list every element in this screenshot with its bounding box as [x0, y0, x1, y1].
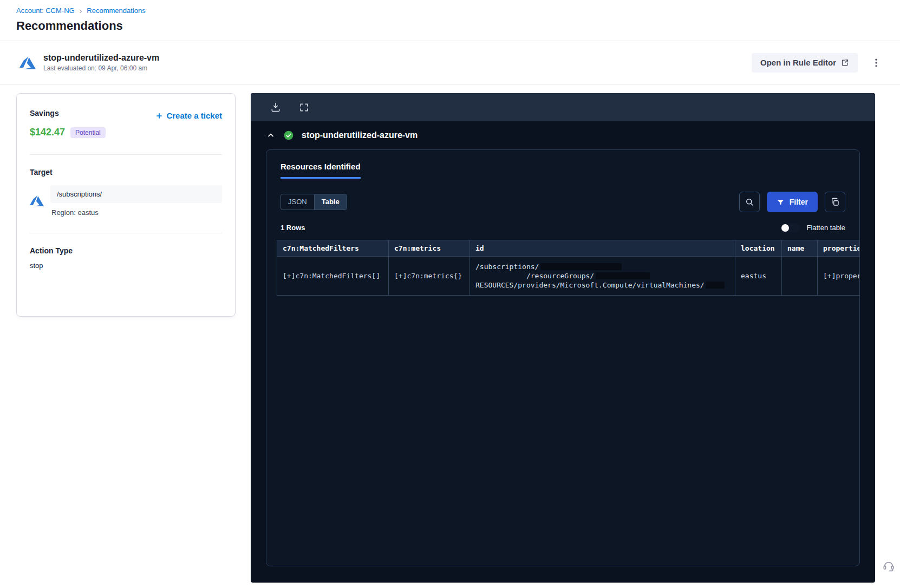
redacted-value [540, 263, 622, 270]
column-header-name: name [782, 240, 818, 257]
flatten-table-label: Flatten table [806, 224, 845, 232]
action-type-value: stop [30, 262, 222, 270]
collapse-button[interactable] [266, 130, 276, 140]
target-path: /subscriptions/ [50, 185, 222, 203]
recommendation-header: stop-underutilized-azure-vm Last evaluat… [0, 41, 900, 84]
panel-toolbar [251, 93, 875, 121]
open-in-rule-editor-button[interactable]: Open in Rule Editor [752, 53, 858, 73]
expand-metrics[interactable]: [+]c7n:metrics{} [394, 272, 462, 280]
azure-icon [19, 55, 36, 71]
recommendation-title-block: stop-underutilized-azure-vm Last evaluat… [43, 53, 159, 72]
column-header-properties: properties [818, 240, 860, 257]
cell-matched-filters: [+]c7n:MatchedFilters[] [277, 257, 389, 296]
table-header-row: c7n:MatchedFilters c7n:metrics id locati… [277, 240, 860, 257]
filter-button[interactable]: Filter [767, 192, 818, 212]
id-line-2: /resourceGroups/ [475, 271, 594, 280]
cell-name [782, 257, 818, 296]
breadcrumb: Account: CCM-NG › Recommendations [16, 6, 884, 15]
cell-id: /subscriptions/ /resourceGroups/ RESOURC… [470, 257, 735, 296]
target-region: Region: eastus [50, 203, 222, 217]
more-options-button[interactable] [869, 55, 884, 70]
filter-icon [777, 198, 785, 206]
support-icon[interactable] [882, 559, 896, 573]
download-button[interactable] [269, 101, 282, 114]
success-check-icon [283, 130, 294, 141]
column-header-metrics: c7n:metrics [389, 240, 470, 257]
search-button[interactable] [739, 192, 760, 212]
view-json-button[interactable]: JSON [281, 194, 314, 210]
id-line-1: /subscriptions/ [475, 262, 539, 271]
resources-identified-panel: Resources Identified JSON Table [266, 149, 860, 566]
external-link-icon [841, 58, 849, 67]
expand-properties[interactable]: [+]properties{} [823, 272, 859, 280]
copy-icon [830, 197, 840, 207]
resources-table: c7n:MatchedFilters c7n:metrics id locati… [277, 240, 859, 296]
flatten-table-toggle[interactable] [780, 223, 800, 232]
potential-badge: Potential [70, 127, 106, 138]
cell-metrics: [+]c7n:metrics{} [389, 257, 470, 296]
search-icon [745, 197, 754, 207]
rows-count: 1 Rows [281, 224, 305, 232]
evaluation-title: stop-underutilized-azure-vm [302, 130, 418, 140]
download-icon [270, 102, 281, 113]
plus-icon [155, 112, 163, 120]
create-ticket-button[interactable]: Create a ticket [155, 111, 222, 120]
recommendations-page: Account: CCM-NG › Recommendations Recomm… [0, 0, 900, 583]
page-header: Account: CCM-NG › Recommendations Recomm… [0, 0, 900, 41]
breadcrumb-separator-icon: › [80, 7, 82, 15]
evaluation-title-row: stop-underutilized-azure-vm [251, 121, 875, 146]
chevron-up-icon [266, 131, 275, 140]
breadcrumb-account-link[interactable]: Account: CCM-NG [16, 6, 75, 15]
resources-tabs: Resources Identified [266, 162, 859, 179]
evaluation-panel: stop-underutilized-azure-vm Resources Id… [251, 93, 875, 583]
main-content: Savings Create a ticket $142.47 Potentia… [0, 84, 900, 583]
column-header-matched-filters: c7n:MatchedFilters [277, 240, 389, 257]
copy-button[interactable] [825, 192, 845, 212]
fullscreen-button[interactable] [297, 101, 310, 114]
recommendation-details-card: Savings Create a ticket $142.47 Potentia… [16, 93, 236, 317]
cell-location: eastus [735, 257, 782, 296]
target-label: Target [30, 168, 222, 177]
table-row: [+]c7n:MatchedFilters[] [+]c7n:metrics{}… [277, 257, 860, 296]
redacted-value [706, 282, 725, 289]
redacted-value [596, 272, 650, 279]
open-in-rule-editor-label: Open in Rule Editor [760, 58, 836, 67]
id-line-3: RESOURCES/providers/Microsoft.Compute/vi… [475, 280, 705, 290]
table-meta-row: 1 Rows Flatten table [281, 223, 845, 232]
filter-label: Filter [790, 198, 808, 206]
breadcrumb-recommendations-link[interactable]: Recommendations [87, 6, 145, 15]
view-mode-toggle: JSON Table [281, 194, 347, 210]
action-type-label: Action Type [30, 246, 222, 255]
table-controls: JSON Table Filter [281, 192, 845, 212]
savings-amount: $142.47 [30, 127, 65, 138]
expand-matched-filters[interactable]: [+]c7n:MatchedFilters[] [283, 272, 380, 280]
savings-label: Savings [30, 109, 59, 117]
column-header-id: id [470, 240, 735, 257]
cell-properties: [+]properties{} [818, 257, 860, 296]
recommendation-name: stop-underutilized-azure-vm [43, 53, 159, 63]
toggle-knob [781, 224, 789, 232]
kebab-menu-icon [871, 57, 882, 68]
tab-resources-identified[interactable]: Resources Identified [281, 162, 361, 179]
page-title: Recommendations [16, 19, 884, 33]
azure-icon [30, 194, 44, 208]
create-ticket-label: Create a ticket [166, 111, 222, 120]
resources-table-container: c7n:MatchedFilters c7n:metrics id locati… [277, 240, 859, 296]
column-header-location: location [735, 240, 782, 257]
expand-icon [299, 102, 309, 113]
last-evaluated-text: Last evaluated on: 09 Apr, 06:00 am [43, 64, 159, 72]
view-table-button[interactable]: Table [314, 194, 347, 210]
